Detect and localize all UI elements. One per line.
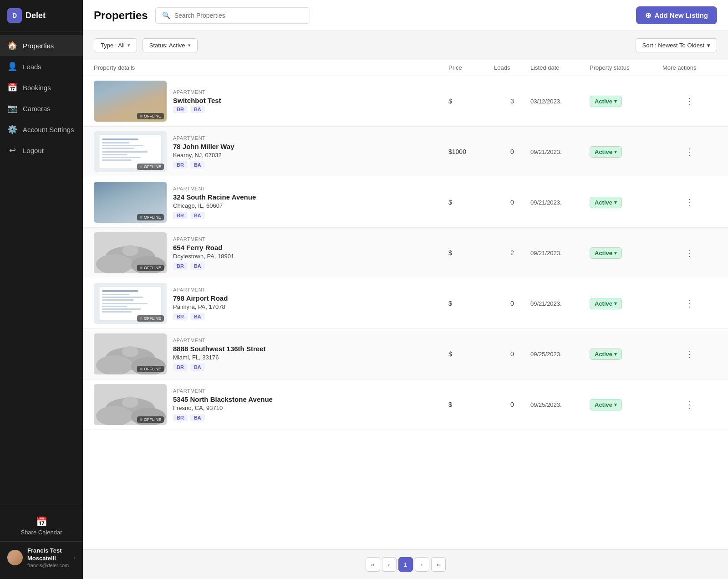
add-new-listing-button[interactable]: ⊕ Add New Listing <box>636 6 718 24</box>
pagination: « ‹ 1 › » <box>83 549 728 579</box>
search-input[interactable] <box>174 12 303 19</box>
date-cell: 09/21/2023. <box>530 250 590 256</box>
property-name[interactable]: 654 Ferry Road <box>173 244 448 251</box>
property-tag: BA <box>190 212 205 219</box>
property-tags: BRBA <box>173 161 448 169</box>
property-type: APARTMENT <box>173 89 448 95</box>
date-cell: 09/25/2023. <box>530 401 590 408</box>
more-actions-button[interactable]: ⋮ <box>682 397 698 412</box>
status-badge[interactable]: Active ▾ <box>590 348 622 360</box>
property-tag: BR <box>173 161 188 169</box>
app-logo-icon: D <box>7 8 22 23</box>
property-name[interactable]: 8888 Southwest 136th Street <box>173 345 448 353</box>
property-tags: BRBA <box>173 262 448 270</box>
more-actions-button[interactable]: ⋮ <box>682 347 698 361</box>
property-name[interactable]: 324 South Racine Avenue <box>173 193 448 201</box>
svg-rect-19 <box>102 297 143 298</box>
more-actions-button[interactable]: ⋮ <box>682 296 698 311</box>
table-row: OFFLINE APARTMENT 8888 Southwest 136th S… <box>83 329 728 379</box>
share-calendar-button[interactable]: 📅 Share Calendar <box>0 511 83 541</box>
sidebar-logo: D Delet <box>0 0 83 31</box>
property-tag: BA <box>190 313 205 320</box>
filter-bar: Type : All ▾ Status: Active ▾ Sort : New… <box>83 31 728 60</box>
status-cell: Active ▾ <box>590 298 662 309</box>
svg-rect-24 <box>102 311 132 313</box>
pagination-next[interactable]: › <box>415 557 429 572</box>
svg-point-29 <box>122 346 138 357</box>
status-badge[interactable]: Active ▾ <box>590 96 622 107</box>
sidebar-item-logout[interactable]: ↩ Logout <box>0 140 83 161</box>
svg-point-12 <box>96 254 132 273</box>
property-address: Doylestown, PA, 18901 <box>173 253 448 260</box>
property-tag: BR <box>173 106 188 113</box>
status-badge[interactable]: Active ▾ <box>590 197 622 208</box>
property-tag: BR <box>173 313 188 320</box>
search-box[interactable]: 🔍 <box>155 7 310 24</box>
sidebar: D Delet 🏠 Properties 👤 Leads 📅 Bookings … <box>0 0 83 579</box>
main-content: Properties 🔍 ⊕ Add New Listing Type : Al… <box>83 0 728 579</box>
more-actions-cell: ⋮ <box>662 347 717 361</box>
pagination-current[interactable]: 1 <box>398 557 413 572</box>
chevron-down-icon: ▾ <box>614 301 617 307</box>
pagination-prev[interactable]: ‹ <box>382 557 397 572</box>
price-cell: $ <box>448 249 494 256</box>
sidebar-item-cameras[interactable]: 📷 Cameras <box>0 98 83 119</box>
property-tag: BR <box>173 414 188 421</box>
property-tags: BRBA <box>173 212 448 219</box>
property-details-cell: OFFLINE APARTMENT 798 Airport Road Palmy… <box>94 283 448 324</box>
price-cell: $1000 <box>448 148 494 155</box>
status-badge[interactable]: Active ▾ <box>590 247 622 259</box>
user-profile[interactable]: Francis Test Moscatelli francis@delet.co… <box>0 541 83 574</box>
svg-rect-21 <box>102 303 148 304</box>
property-name[interactable]: 78 John Miller Way <box>173 143 448 150</box>
status-badge[interactable]: Active ▾ <box>590 298 622 309</box>
sidebar-item-account-settings[interactable]: ⚙️ Account Settings <box>0 119 83 140</box>
user-info: Francis Test Moscatelli francis@delet.co… <box>27 547 69 568</box>
type-filter[interactable]: Type : All ▾ <box>94 38 137 52</box>
sidebar-item-bookings[interactable]: 📅 Bookings <box>0 77 83 98</box>
sidebar-item-leads[interactable]: 👤 Leads <box>0 56 83 77</box>
col-price: Price <box>448 64 494 71</box>
page-title: Properties <box>94 9 148 22</box>
property-details-cell: OFFLINE APARTMENT 324 South Racine Avenu… <box>94 182 448 223</box>
svg-rect-7 <box>102 154 127 155</box>
svg-rect-23 <box>102 308 141 310</box>
more-actions-button[interactable]: ⋮ <box>682 144 698 159</box>
svg-point-27 <box>96 355 132 374</box>
chevron-down-icon: ▾ <box>614 250 617 256</box>
col-property-status: Property status <box>590 64 662 71</box>
status-badge[interactable]: Active ▾ <box>590 146 622 158</box>
col-property-details: Property details <box>94 64 448 71</box>
more-actions-cell: ⋮ <box>662 246 717 260</box>
property-name[interactable]: 5345 North Blackstone Avenue <box>173 395 448 403</box>
status-cell: Active ▾ <box>590 247 662 259</box>
table-row: OFFLINE APARTMENT 798 Airport Road Palmy… <box>83 278 728 329</box>
property-name[interactable]: 798 Airport Road <box>173 294 448 302</box>
table-row: OFFLINE APARTMENT 78 John Miller Way Kea… <box>83 127 728 177</box>
leads-cell: 0 <box>494 300 530 307</box>
property-info: APARTMENT 654 Ferry Road Doylestown, PA,… <box>173 236 448 270</box>
col-listed-date: Listed date <box>530 64 590 71</box>
property-address: Miami, FL, 33176 <box>173 354 448 361</box>
property-tags: BRBA <box>173 364 448 371</box>
chevron-down-icon: ▾ <box>707 42 710 49</box>
more-actions-button[interactable]: ⋮ <box>682 94 698 108</box>
more-actions-button[interactable]: ⋮ <box>682 195 698 210</box>
sort-select[interactable]: Sort : Newest To Oldest ▾ <box>636 38 717 52</box>
svg-rect-8 <box>102 157 141 158</box>
property-details-cell: OFFLINE APARTMENT 5345 North Blackstone … <box>94 384 448 425</box>
property-name[interactable]: Switchbot Test <box>173 97 448 104</box>
sidebar-item-properties[interactable]: 🏠 Properties <box>0 35 83 56</box>
pagination-first[interactable]: « <box>366 557 380 572</box>
svg-rect-17 <box>102 290 138 292</box>
app-name: Delet <box>25 11 46 20</box>
share-calendar-label: Share Calendar <box>20 529 62 536</box>
status-badge[interactable]: Active ▾ <box>590 399 622 410</box>
status-filter[interactable]: Status: Active ▾ <box>143 38 198 52</box>
leads-cell: 3 <box>494 97 530 105</box>
more-actions-button[interactable]: ⋮ <box>682 246 698 260</box>
more-actions-cell: ⋮ <box>662 397 717 412</box>
property-tags: BRBA <box>173 414 448 421</box>
property-address: Fresno, CA, 93710 <box>173 405 448 411</box>
pagination-last[interactable]: » <box>431 557 446 572</box>
